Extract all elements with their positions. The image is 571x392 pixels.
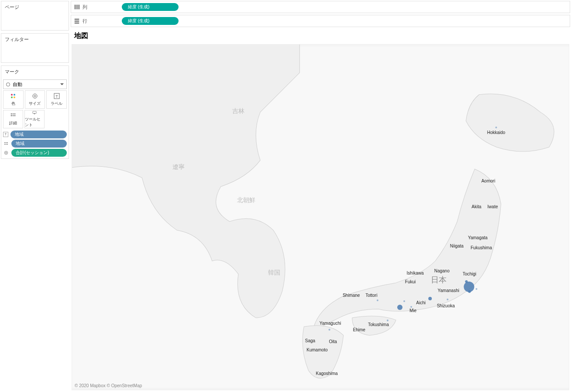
map-region-label: 韓国: [268, 269, 280, 276]
svg-rect-24: [76, 5, 78, 10]
rows-icon: [74, 18, 80, 24]
map-prefecture-label: Niigata: [450, 244, 464, 248]
svg-point-22: [6, 152, 7, 154]
svg-point-8: [11, 113, 12, 115]
mark-pill-label: 地域: [11, 140, 67, 148]
detail-icon: [10, 112, 17, 119]
svg-point-15: [4, 142, 5, 143]
mark-pill-item[interactable]: T 地域: [3, 131, 67, 138]
map-prefecture-label: Fukushima: [471, 245, 492, 250]
map-prefecture-label: Ishikawa: [407, 271, 424, 275]
map-data-point[interactable]: [387, 320, 389, 321]
map-data-point[interactable]: [447, 299, 448, 300]
svg-point-21: [4, 151, 8, 155]
map-canvas[interactable]: 吉林遼寧北朝鮮韓国日本 HokkaidoAomoriAkitaIwateYama…: [72, 44, 569, 390]
map-attribution: © 2020 Mapbox © OpenStreetMap: [75, 383, 142, 388]
rows-pill[interactable]: 緯度 (生成): [122, 17, 179, 25]
svg-point-20: [7, 144, 8, 145]
map-data-point[interactable]: [377, 299, 378, 301]
marks-color-label: 色: [11, 101, 15, 107]
columns-icon: [74, 4, 80, 10]
map-prefecture-label: Fukui: [405, 279, 416, 284]
map-prefecture-label: Aomori: [482, 179, 495, 183]
size-ring-icon: [3, 150, 9, 155]
marks-size-button[interactable]: サイズ: [25, 90, 45, 109]
columns-pill[interactable]: 経度 (生成): [122, 3, 179, 11]
chevron-down-icon: [60, 83, 64, 85]
marks-label: マーク: [1, 66, 69, 78]
marks-detail-label: 詳細: [9, 120, 17, 126]
marks-label-button[interactable]: T ラベル: [46, 90, 67, 109]
map-region-label: 吉林: [232, 107, 244, 114]
svg-point-19: [6, 144, 7, 145]
marks-dropdown-value: 自動: [13, 81, 22, 88]
svg-rect-27: [75, 21, 79, 22]
color-icon: [10, 93, 17, 100]
svg-rect-14: [33, 111, 36, 113]
marks-panel: マーク 自動 色 サイズ: [1, 65, 69, 159]
filters-label: フィルター: [1, 34, 69, 45]
label-T-icon: T: [3, 132, 8, 137]
mark-pill-list: T 地域 地域 合計(セッション): [3, 131, 67, 157]
map-prefecture-label: Hokkaido: [487, 130, 506, 135]
svg-rect-28: [75, 23, 79, 24]
sidebar: ページ フィルター マーク 自動 色: [0, 0, 70, 392]
detail-dots-icon: [3, 141, 9, 146]
mark-pill-item[interactable]: 地域: [3, 140, 67, 148]
map-data-point[interactable]: [329, 329, 330, 330]
map-prefecture-label: Aichi: [416, 300, 426, 305]
map-data-point[interactable]: [475, 288, 477, 290]
svg-point-17: [7, 142, 8, 143]
map-prefecture-label: Saga: [305, 338, 316, 343]
marks-color-button[interactable]: 色: [3, 90, 24, 109]
svg-point-9: [13, 113, 14, 115]
svg-text:T: T: [55, 94, 58, 99]
map-prefecture-label: Iwate: [488, 204, 498, 209]
map-prefecture-label: Mie: [409, 308, 417, 313]
map-data-point[interactable]: [465, 280, 468, 283]
mark-pill-label: 合計(セッション): [11, 149, 67, 157]
map-data-point[interactable]: [468, 290, 471, 293]
marks-tooltip-button[interactable]: ツールヒント: [24, 110, 45, 128]
map-prefecture-label: Akita: [471, 204, 482, 209]
marks-tooltip-label: ツールヒント: [25, 117, 44, 128]
svg-point-16: [6, 142, 7, 143]
map-data-point[interactable]: [410, 306, 412, 308]
map-prefecture-label: Nagano: [434, 268, 450, 273]
svg-point-13: [14, 115, 16, 117]
columns-shelf[interactable]: 列 経度 (生成): [71, 1, 570, 13]
svg-rect-25: [79, 5, 80, 10]
svg-point-18: [4, 144, 5, 145]
map-data-point[interactable]: [428, 297, 432, 300]
map-data-point[interactable]: [495, 127, 497, 128]
map-data-point[interactable]: [403, 300, 405, 302]
marks-size-label: サイズ: [29, 101, 41, 107]
map-prefecture-label: Kagoshima: [316, 371, 338, 376]
svg-rect-23: [75, 5, 76, 10]
svg-point-12: [13, 115, 14, 117]
map-prefecture-label: Tottori: [365, 293, 377, 298]
size-icon: [31, 93, 38, 100]
map-prefecture-label: Tokushima: [368, 322, 389, 327]
map-prefecture-label: Kumamoto: [306, 347, 328, 352]
svg-point-10: [14, 113, 16, 115]
map-prefecture-label: Shizuoka: [437, 303, 455, 308]
map-data-point[interactable]: [397, 305, 402, 310]
rows-shelf[interactable]: 行 緯度 (生成): [71, 15, 570, 27]
svg-point-5: [34, 95, 36, 97]
map-prefecture-label: Yamagata: [468, 235, 488, 240]
map-region-label: 北朝鮮: [237, 196, 255, 203]
pages-panel: ページ: [1, 1, 69, 31]
rows-label: 行: [83, 18, 87, 24]
svg-point-4: [33, 94, 37, 98]
label-icon: T: [53, 93, 60, 100]
marks-detail-button[interactable]: 詳細: [3, 110, 23, 128]
mark-pill-item[interactable]: 合計(セッション): [3, 149, 67, 157]
marks-label-label: ラベル: [51, 101, 62, 107]
filters-panel: フィルター: [1, 33, 69, 63]
marks-type-select[interactable]: 自動: [3, 79, 67, 89]
pages-label: ページ: [1, 1, 69, 13]
map-prefecture-label: Shimane: [343, 293, 360, 298]
svg-point-2: [11, 96, 13, 98]
mark-pill-label: 地域: [10, 131, 67, 138]
